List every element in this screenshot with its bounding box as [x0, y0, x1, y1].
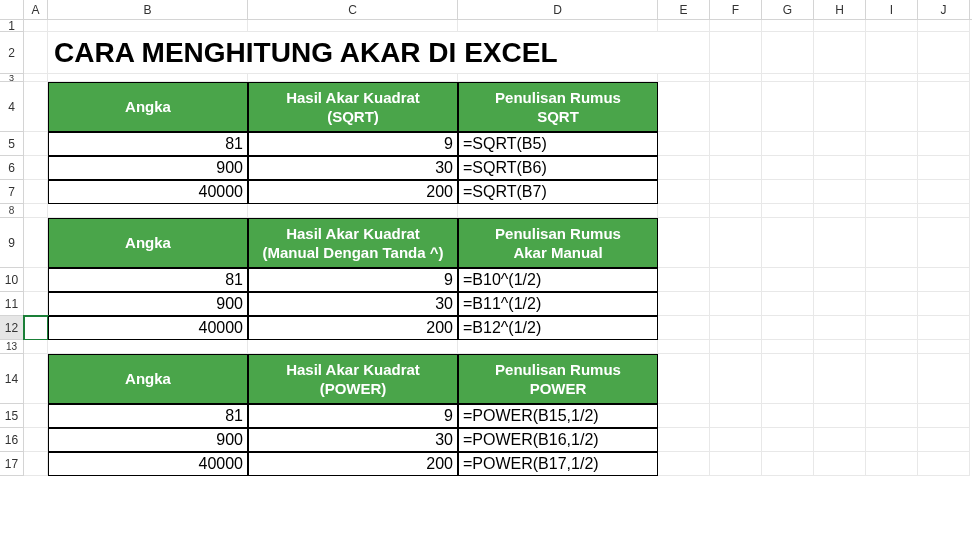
cell-A2[interactable]: [24, 32, 48, 74]
cell-E16[interactable]: [658, 428, 710, 452]
col-header-F[interactable]: F: [710, 0, 762, 19]
cell-A13[interactable]: [24, 340, 48, 354]
cell-I7[interactable]: [866, 180, 918, 204]
cell-E5[interactable]: [658, 132, 710, 156]
col-header-E[interactable]: E: [658, 0, 710, 19]
row-header-14[interactable]: 14: [0, 354, 24, 404]
cell-F5[interactable]: [710, 132, 762, 156]
cell-H16[interactable]: [814, 428, 866, 452]
cell-H8[interactable]: [814, 204, 866, 218]
cell-J10[interactable]: [918, 268, 970, 292]
cell-B6[interactable]: 900: [48, 156, 248, 180]
cell-A17[interactable]: [24, 452, 48, 476]
cell-B17[interactable]: 40000: [48, 452, 248, 476]
cell-H7[interactable]: [814, 180, 866, 204]
cell-E9[interactable]: [658, 218, 710, 268]
cell-G5[interactable]: [762, 132, 814, 156]
cell-F8[interactable]: [710, 204, 762, 218]
cell-J15[interactable]: [918, 404, 970, 428]
cell-J14[interactable]: [918, 354, 970, 404]
table1-header-angka[interactable]: Angka: [48, 82, 248, 132]
cell-F1[interactable]: [710, 20, 762, 32]
cell-C8[interactable]: [248, 204, 458, 218]
cell-E2[interactable]: [658, 32, 710, 74]
row-header-6[interactable]: 6: [0, 156, 24, 180]
cell-D11[interactable]: =B11^(1/2): [458, 292, 658, 316]
col-header-H[interactable]: H: [814, 0, 866, 19]
row-header-1[interactable]: 1: [0, 20, 24, 32]
table1-header-hasil[interactable]: Hasil Akar Kuadrat(SQRT): [248, 82, 458, 132]
cell-B7[interactable]: 40000: [48, 180, 248, 204]
cell-H10[interactable]: [814, 268, 866, 292]
table3-header-angka[interactable]: Angka: [48, 354, 248, 404]
row-header-11[interactable]: 11: [0, 292, 24, 316]
cell-A8[interactable]: [24, 204, 48, 218]
cell-E8[interactable]: [658, 204, 710, 218]
col-header-I[interactable]: I: [866, 0, 918, 19]
row-header-13[interactable]: 13: [0, 340, 24, 354]
cell-E13[interactable]: [658, 340, 710, 354]
cell-D16[interactable]: =POWER(B16,1/2): [458, 428, 658, 452]
cell-B1[interactable]: [48, 20, 248, 32]
row-header-7[interactable]: 7: [0, 180, 24, 204]
cell-A11[interactable]: [24, 292, 48, 316]
col-header-A[interactable]: A: [24, 0, 48, 19]
cell-J7[interactable]: [918, 180, 970, 204]
cell-F9[interactable]: [710, 218, 762, 268]
cell-D15[interactable]: =POWER(B15,1/2): [458, 404, 658, 428]
cell-C1[interactable]: [248, 20, 458, 32]
cell-I2[interactable]: [866, 32, 918, 74]
corner-cell[interactable]: [0, 0, 24, 19]
cell-I14[interactable]: [866, 354, 918, 404]
cell-I8[interactable]: [866, 204, 918, 218]
cell-H15[interactable]: [814, 404, 866, 428]
col-header-D[interactable]: D: [458, 0, 658, 19]
col-header-B[interactable]: B: [48, 0, 248, 19]
cell-H4[interactable]: [814, 82, 866, 132]
cell-I4[interactable]: [866, 82, 918, 132]
table2-header-hasil[interactable]: Hasil Akar Kuadrat(Manual Dengan Tanda ^…: [248, 218, 458, 268]
cell-H1[interactable]: [814, 20, 866, 32]
cell-E11[interactable]: [658, 292, 710, 316]
cell-E14[interactable]: [658, 354, 710, 404]
cell-H5[interactable]: [814, 132, 866, 156]
cell-F16[interactable]: [710, 428, 762, 452]
cell-H3[interactable]: [814, 74, 866, 82]
cell-A9[interactable]: [24, 218, 48, 268]
cell-I5[interactable]: [866, 132, 918, 156]
cell-B10[interactable]: 81: [48, 268, 248, 292]
cell-H17[interactable]: [814, 452, 866, 476]
cell-E17[interactable]: [658, 452, 710, 476]
cell-J13[interactable]: [918, 340, 970, 354]
cell-F10[interactable]: [710, 268, 762, 292]
cell-H2[interactable]: [814, 32, 866, 74]
cell-G10[interactable]: [762, 268, 814, 292]
cell-F13[interactable]: [710, 340, 762, 354]
cell-A5[interactable]: [24, 132, 48, 156]
col-header-G[interactable]: G: [762, 0, 814, 19]
cell-G14[interactable]: [762, 354, 814, 404]
cell-A12-selected[interactable]: [24, 316, 48, 340]
cell-C13[interactable]: [248, 340, 458, 354]
cell-G9[interactable]: [762, 218, 814, 268]
cell-A4[interactable]: [24, 82, 48, 132]
cell-D7[interactable]: =SQRT(B7): [458, 180, 658, 204]
cell-C15[interactable]: 9: [248, 404, 458, 428]
cell-C12[interactable]: 200: [248, 316, 458, 340]
cell-I3[interactable]: [866, 74, 918, 82]
table2-header-angka[interactable]: Angka: [48, 218, 248, 268]
cell-H11[interactable]: [814, 292, 866, 316]
table1-header-rumus[interactable]: Penulisan RumusSQRT: [458, 82, 658, 132]
cell-G1[interactable]: [762, 20, 814, 32]
cell-G7[interactable]: [762, 180, 814, 204]
cell-J1[interactable]: [918, 20, 970, 32]
cell-D5[interactable]: =SQRT(B5): [458, 132, 658, 156]
cell-E4[interactable]: [658, 82, 710, 132]
cell-F6[interactable]: [710, 156, 762, 180]
cell-D10[interactable]: =B10^(1/2): [458, 268, 658, 292]
cell-G8[interactable]: [762, 204, 814, 218]
cell-A15[interactable]: [24, 404, 48, 428]
cell-D6[interactable]: =SQRT(B6): [458, 156, 658, 180]
cell-H12[interactable]: [814, 316, 866, 340]
cell-H9[interactable]: [814, 218, 866, 268]
